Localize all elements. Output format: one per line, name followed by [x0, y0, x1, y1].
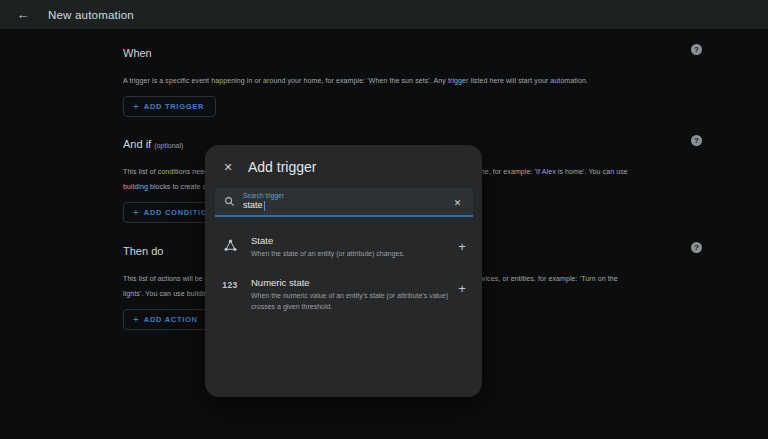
search-field-text: Search trigger state — [243, 192, 284, 211]
plus-icon: + — [133, 316, 139, 324]
search-field-label: Search trigger — [243, 192, 284, 200]
trigger-option-text: Numeric state When the numeric value of … — [251, 276, 449, 312]
page-title: New automation — [48, 9, 134, 21]
trigger-option-numeric-state[interactable]: 123 Numeric state When the numeric value… — [205, 270, 482, 318]
when-description: A trigger is a specific event happening … — [123, 73, 697, 88]
add-plus-icon[interactable]: + — [455, 240, 469, 254]
when-heading: When — [123, 47, 152, 59]
trigger-option-state[interactable]: State When the state of an entity (or at… — [205, 228, 482, 265]
trigger-option-title: State — [251, 234, 449, 247]
search-input[interactable]: Search trigger state ✕ — [215, 188, 473, 217]
then-do-heading: Then do — [123, 245, 163, 257]
optional-label: (optional) — [154, 142, 183, 149]
trigger-option-text: State When the state of an entity (or at… — [251, 234, 449, 259]
help-icon[interactable]: ? — [691, 135, 702, 146]
plus-icon: + — [133, 209, 139, 217]
section-when: When ? A trigger is a specific event hap… — [123, 29, 697, 117]
trigger-result-list: State When the state of an entity (or at… — [205, 228, 482, 318]
add-action-button[interactable]: + ADD ACTION — [123, 309, 210, 330]
search-field-value: state — [243, 200, 263, 211]
search-icon — [224, 196, 235, 207]
trigger-option-description: When the state of an entity (or attribut… — [251, 248, 449, 259]
app-header: ← New automation — [0, 0, 768, 29]
and-if-heading: And if — [123, 138, 151, 150]
add-plus-icon[interactable]: + — [455, 282, 469, 296]
numeric-123-icon: 123 — [217, 280, 243, 290]
trigger-option-description: When the numeric value of an entity's st… — [251, 290, 449, 312]
back-arrow-icon[interactable]: ← — [12, 4, 34, 26]
dialog-header: ✕ Add trigger — [205, 145, 482, 185]
trigger-option-title: Numeric state — [251, 276, 449, 289]
text-cursor — [264, 201, 265, 211]
add-trigger-dialog: ✕ Add trigger Search trigger state ✕ — [205, 145, 482, 397]
clear-search-icon[interactable]: ✕ — [452, 197, 463, 208]
close-icon[interactable]: ✕ — [221, 160, 235, 174]
help-icon[interactable]: ? — [691, 44, 702, 55]
help-icon[interactable]: ? — [691, 242, 702, 253]
add-trigger-button[interactable]: + ADD TRIGGER — [123, 96, 216, 117]
state-machine-icon — [217, 238, 243, 253]
plus-icon: + — [133, 103, 139, 111]
dialog-title: Add trigger — [248, 159, 316, 175]
